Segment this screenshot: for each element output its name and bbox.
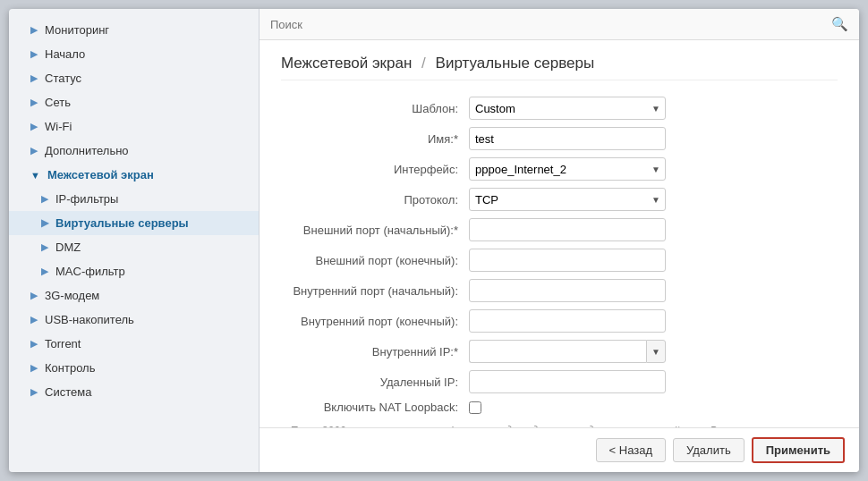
arrow-icon: ▶ — [30, 290, 38, 301]
arrow-icon: ▶ — [30, 48, 38, 60]
sidebar-label-status: Статус — [45, 72, 81, 85]
form-row-int-port-start: Внутренний порт (начальный): — [281, 279, 838, 302]
sidebar-label-usb-storage: USB-накопитель — [45, 313, 134, 326]
internal-ip-label: Внутренний IP:* — [281, 345, 469, 359]
template-label: Шаблон: — [281, 102, 469, 115]
nat-loopback-label: Включить NAT Loopback: — [281, 401, 469, 414]
sidebar-label-advanced: Дополнительно — [45, 144, 129, 157]
sidebar-label-mac-filter: MAC-фильтр — [55, 265, 125, 278]
protocol-select[interactable]: TCP UDP TCP/UDP ICMP — [469, 188, 666, 211]
title-divider: / — [421, 55, 430, 72]
sidebar-item-network[interactable]: ▶ Сеть — [9, 90, 259, 114]
remote-ip-input[interactable] — [469, 370, 666, 393]
sidebar-label-3g-modem: 3G-модем — [45, 289, 99, 302]
form-row-remote-ip: Удаленный IP: — [281, 370, 838, 393]
internal-ip-input[interactable] — [469, 340, 646, 363]
int-port-start-label: Внутренний порт (начальный): — [281, 284, 469, 298]
form-row-template: Шаблон: Custom HTTP HTTPS FTP SMTP POP3 … — [281, 97, 838, 120]
interface-label: Интерфейс: — [281, 163, 469, 176]
sidebar-item-wifi[interactable]: ▶ Wi-Fi — [9, 114, 259, 139]
sidebar-label-home: Начало — [45, 47, 85, 61]
arrow-icon: ▶ — [30, 145, 38, 156]
back-button[interactable]: < Назад — [596, 438, 666, 462]
ext-port-end-label: Внешний порт (конечный): — [281, 254, 469, 267]
form-row-nat-loopback: Включить NAT Loopback: — [281, 401, 838, 414]
interface-select-wrapper: pppoe_Internet_2 pppoe_Internet_1 WAN ▼ — [469, 157, 666, 181]
arrow-icon: ▶ — [41, 241, 48, 253]
arrow-icon: ▶ — [30, 386, 38, 398]
sidebar-label-ip-filters: IP-фильтры — [55, 192, 118, 206]
arrow-icon: ▶ — [41, 217, 48, 229]
delete-button[interactable]: Удалить — [673, 438, 745, 462]
nat-loopback-checkbox[interactable] — [469, 401, 481, 414]
sidebar-label-virtual-servers: Виртуальные серверы — [55, 216, 189, 230]
sidebar-label-network: Сеть — [45, 96, 71, 109]
sidebar-item-monitoring[interactable]: ▶ Мониторинг — [9, 18, 259, 42]
interface-select[interactable]: pppoe_Internet_2 pppoe_Internet_1 WAN — [469, 157, 666, 181]
form-row-int-port-end: Внутренний порт (конечный): — [281, 309, 838, 333]
form-row-interface: Интерфейс: pppoe_Internet_2 pppoe_Intern… — [281, 157, 838, 181]
form: Шаблон: Custom HTTP HTTPS FTP SMTP POP3 … — [281, 97, 838, 414]
int-port-start-input[interactable] — [469, 279, 666, 302]
sidebar-item-dmz[interactable]: ▶ DMZ — [9, 235, 259, 259]
sidebar-label-monitoring: Мониторинг — [45, 23, 109, 37]
nat-loopback-checkbox-wrapper — [469, 401, 481, 414]
int-port-end-input[interactable] — [469, 309, 666, 333]
sidebar-item-3g-modem[interactable]: ▶ 3G-модем — [9, 283, 259, 308]
form-row-ext-port-end: Внешний порт (конечный): — [281, 249, 838, 272]
ext-port-end-input[interactable] — [469, 249, 666, 272]
arrow-icon: ▶ — [30, 314, 38, 325]
sidebar-item-status[interactable]: ▶ Статус — [9, 66, 259, 90]
arrow-icon: ▶ — [30, 362, 38, 374]
internal-ip-dropdown-icon[interactable]: ▼ — [646, 340, 666, 363]
sidebar-item-usb-storage[interactable]: ▶ USB-накопитель — [9, 308, 259, 332]
sidebar-item-system[interactable]: ▶ Система — [9, 380, 259, 404]
page-title-part2: Виртуальные серверы — [436, 55, 595, 72]
name-input[interactable] — [469, 127, 666, 150]
form-row-ext-port-start: Внешний порт (начальный):* — [281, 218, 838, 241]
arrow-icon: ▶ — [41, 266, 48, 277]
protocol-select-wrapper: TCP UDP TCP/UDP ICMP ▼ — [469, 188, 666, 211]
arrow-icon: ▶ — [30, 72, 38, 84]
sidebar-item-torrent[interactable]: ▶ Torrent — [9, 332, 259, 356]
arrow-icon: ▶ — [30, 121, 38, 132]
arrow-icon: ▶ — [30, 97, 38, 108]
main-content: 🔍 Межсетевой экран / Виртуальные серверы… — [260, 9, 859, 472]
search-icon: 🔍 — [831, 16, 848, 32]
ext-port-start-label: Внешний порт (начальный):* — [281, 224, 469, 237]
sidebar-label-torrent: Torrent — [45, 337, 81, 350]
sidebar-item-home[interactable]: ▶ Начало — [9, 42, 259, 66]
sidebar-item-ip-filters[interactable]: ▶ IP-фильтры — [9, 187, 259, 211]
footer-buttons: < Назад Удалить Применить — [260, 427, 859, 472]
name-label: Имя:* — [281, 132, 469, 146]
sidebar-item-control[interactable]: ▶ Контроль — [9, 356, 259, 380]
sidebar-item-advanced[interactable]: ▶ Дополнительно — [9, 139, 259, 163]
sidebar-label-system: Система — [45, 385, 91, 399]
search-bar: 🔍 — [260, 9, 859, 40]
content-area: Межсетевой экран / Виртуальные серверы Ш… — [260, 40, 859, 427]
arrow-icon: ▶ — [30, 24, 38, 36]
search-input[interactable] — [270, 18, 831, 31]
page-title: Межсетевой экран / Виртуальные серверы — [281, 55, 838, 80]
internal-ip-select-wrapper: ▼ — [469, 340, 666, 363]
arrow-icon: ▶ — [30, 338, 38, 350]
form-row-name: Имя:* — [281, 127, 838, 150]
sidebar-item-firewall[interactable]: ▼ Межсетевой экран — [9, 163, 259, 187]
protocol-label: Протокол: — [281, 193, 469, 207]
name-label-text: Имя:* — [428, 132, 458, 146]
remote-ip-label: Удаленный IP: — [281, 376, 469, 389]
sidebar-label-firewall: Межсетевой экран — [47, 168, 154, 181]
apply-button[interactable]: Применить — [752, 437, 845, 463]
sidebar-label-control: Контроль — [45, 361, 95, 375]
int-port-end-label: Внутренний порт (конечный): — [281, 315, 469, 328]
template-select-wrapper: Custom HTTP HTTPS FTP SMTP POP3 Telnet S… — [469, 97, 666, 120]
sidebar-item-mac-filter[interactable]: ▶ MAC-фильтр — [9, 259, 259, 283]
arrow-icon: ▶ — [41, 193, 48, 205]
sidebar: ▶ Мониторинг ▶ Начало ▶ Статус ▶ Сеть ▶ … — [9, 9, 260, 472]
template-select[interactable]: Custom HTTP HTTPS FTP SMTP POP3 Telnet S… — [469, 97, 666, 120]
sidebar-label-dmz: DMZ — [55, 240, 81, 254]
sidebar-label-wifi: Wi-Fi — [45, 120, 72, 133]
arrow-icon: ▼ — [30, 170, 40, 181]
ext-port-start-input[interactable] — [469, 218, 666, 241]
sidebar-item-virtual-servers[interactable]: ▶ Виртуальные серверы — [9, 211, 259, 235]
